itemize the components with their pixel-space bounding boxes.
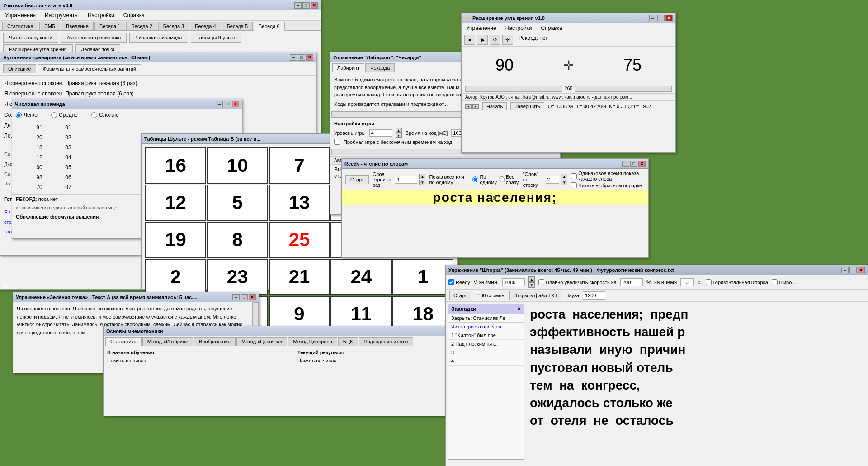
shtorka-minimize[interactable]: ─ xyxy=(841,267,849,273)
schulte-cell-5[interactable]: 5 xyxy=(207,185,268,221)
lab-level-down[interactable]: ▼ xyxy=(396,133,402,138)
reedy-line-down[interactable]: ▼ xyxy=(561,180,567,185)
schulte-cell-13[interactable]: 13 xyxy=(269,185,330,221)
shtorka-open-file-btn[interactable]: Открыть файл TXT xyxy=(509,291,562,300)
reedy-minimize[interactable]: ─ xyxy=(622,161,629,167)
greendot-maximize[interactable]: □ xyxy=(241,294,248,300)
tab-statistics[interactable]: Статистика xyxy=(2,22,38,30)
schulte-cell-25[interactable]: 25 xyxy=(269,222,330,258)
wa-prev[interactable]: ◄ xyxy=(465,104,472,109)
schulte-cell-12[interactable]: 12 xyxy=(145,185,206,221)
wa-h-scrollbar-1[interactable] xyxy=(465,86,562,92)
reedy-close[interactable]: ✕ xyxy=(638,161,646,167)
close-btn[interactable]: ✕ xyxy=(311,2,318,9)
schulte-cell-16[interactable]: 16 xyxy=(145,147,206,184)
shtorka-time-input[interactable] xyxy=(680,278,694,286)
tab-talk4[interactable]: Беседа 4 xyxy=(190,22,221,30)
tab-emb[interactable]: ЭМБ xyxy=(39,22,60,30)
reedy-words-input[interactable] xyxy=(395,176,417,184)
schulte-btn[interactable]: Таблицы Шульте xyxy=(191,33,241,43)
number-pyramid-btn[interactable]: Числовая пирамида xyxy=(129,33,188,43)
shtorka-speed-up[interactable]: ▲ xyxy=(528,276,535,282)
menu-exercises[interactable]: Упражнения xyxy=(2,11,38,19)
minimize-btn[interactable]: ─ xyxy=(294,2,302,9)
reedy-maximize[interactable]: □ xyxy=(630,161,637,167)
shtorka-bookmark-2[interactable]: 2 Над плоским пят... xyxy=(448,340,524,348)
schulte-cell-8[interactable]: 8 xyxy=(207,222,268,258)
schulte-cell-19[interactable]: 19 xyxy=(145,222,206,258)
wa-close[interactable]: ✕ xyxy=(665,15,673,21)
lab-trial-checkbox[interactable] xyxy=(334,139,340,145)
mnemo-tab-summary[interactable]: Подведение итогов xyxy=(359,337,414,346)
menu-tools[interactable]: Инструменты xyxy=(42,11,81,19)
autogenic-maximize[interactable]: □ xyxy=(298,54,305,61)
reedy-words-up[interactable]: ▲ xyxy=(419,174,425,179)
shtorka-reading[interactable]: Читал: роста населен... xyxy=(448,323,524,331)
schulte-cell-23[interactable]: 23 xyxy=(207,259,268,295)
greendot-minimize[interactable]: ─ xyxy=(232,294,240,300)
shtorka-close[interactable]: ✕ xyxy=(858,267,865,273)
lab-tab-labyrinth[interactable]: Лабиринт xyxy=(332,63,364,72)
lab-tab-chekharda[interactable]: Чехарда xyxy=(365,63,395,72)
shtorka-start-btn[interactable]: Старт xyxy=(449,291,471,300)
schulte-cell-24[interactable]: 24 xyxy=(330,259,392,295)
wa-menu-help[interactable]: Справка xyxy=(538,24,565,32)
pyramid-close[interactable]: ✕ xyxy=(232,101,239,107)
schulte-cell-21[interactable]: 21 xyxy=(269,259,330,295)
shtorka-bookmark-1[interactable]: 1 "Хилтон" был пре xyxy=(448,331,524,340)
mnemo-tab-stats[interactable]: Статистика xyxy=(105,337,142,346)
pyramid-maximize[interactable]: □ xyxy=(224,101,231,107)
autogenic-btn[interactable]: Аутогенная тренировка xyxy=(61,33,127,43)
autogenic-minimize[interactable]: ─ xyxy=(290,54,297,61)
shtorka-bookmarks-close[interactable]: × xyxy=(518,306,521,312)
mnemo-tab-imagination[interactable]: Воображение xyxy=(194,337,236,346)
wa-btn-4[interactable]: ✛ xyxy=(502,35,513,45)
difficulty-easy[interactable]: Легко xyxy=(16,112,38,118)
shtorka-pause-input[interactable] xyxy=(583,291,605,300)
shtorka-smooth-input[interactable] xyxy=(620,278,643,286)
shtorka-maximize[interactable]: □ xyxy=(849,267,857,273)
subtab-description[interactable]: Описание xyxy=(3,64,36,73)
tab-intro[interactable]: Введение xyxy=(61,22,94,30)
schulte-cell-1[interactable]: 1 xyxy=(392,259,453,295)
schulte-cell-2[interactable]: 2 xyxy=(145,259,206,295)
wa-h-scrollbar-2[interactable] xyxy=(575,86,672,92)
tab-talk2[interactable]: Беседа 2 xyxy=(126,22,157,30)
schulte-cell-10[interactable]: 10 xyxy=(207,147,268,184)
reedy-one-radio[interactable]: По одному xyxy=(472,174,497,185)
schulte-cell-7[interactable]: 7 xyxy=(269,147,330,184)
autogenic-scrollbar[interactable] xyxy=(310,76,316,76)
wa-maximize[interactable]: □ xyxy=(657,15,665,21)
wa-minimize[interactable]: ─ xyxy=(649,15,656,21)
mnemo-tab-bck[interactable]: БЦК xyxy=(338,337,358,346)
tab-talk3[interactable]: Беседа 3 xyxy=(158,22,189,30)
shtorka-bookmark-4[interactable]: 4 xyxy=(448,357,524,366)
tab-talk5[interactable]: Беседа 5 xyxy=(222,22,253,30)
maximize-btn[interactable]: □ xyxy=(302,2,310,9)
mnemo-tab-chain[interactable]: Метод «Цепочка» xyxy=(236,337,288,346)
difficulty-hard[interactable]: Сложно xyxy=(91,112,119,118)
greendot-close[interactable]: ✕ xyxy=(249,294,256,300)
shtorka-bookmark-3[interactable]: 3 xyxy=(448,348,524,357)
lab-level-input[interactable] xyxy=(369,129,392,137)
wa-finish-btn[interactable]: Завершить xyxy=(510,102,544,110)
lab-level-up[interactable]: ▲ xyxy=(396,128,402,133)
wa-btn-1[interactable]: ● xyxy=(464,35,475,45)
reedy-all-radio[interactable]: Все сразу xyxy=(499,174,519,185)
reedy-line-input[interactable] xyxy=(546,176,559,184)
subtab-formulas[interactable]: Формулы для самостоятельных занятий xyxy=(38,64,141,73)
shtorka-speed-down[interactable]: ▼ xyxy=(528,282,535,288)
tab-talk1[interactable]: Беседа 1 xyxy=(94,22,125,30)
wa-btn-2[interactable]: ▶ xyxy=(477,35,488,45)
autogenic-close[interactable]: ✕ xyxy=(306,54,313,61)
read-chapter-btn[interactable]: Читать главу книги xyxy=(3,33,58,43)
tab-talk6[interactable]: Беседа 6 xyxy=(254,22,284,31)
reedy-start-btn[interactable]: Старт xyxy=(345,175,369,184)
mnemo-tab-cicero[interactable]: Метод Цицерона xyxy=(288,337,337,346)
mnemo-tab-history[interactable]: Метод «История» xyxy=(142,337,193,346)
menu-help[interactable]: Справка xyxy=(121,11,147,19)
difficulty-medium[interactable]: Средне xyxy=(51,112,78,118)
wa-begin-btn[interactable]: Начать xyxy=(482,102,507,110)
shtorka-speed-input[interactable] xyxy=(502,278,525,286)
reedy-line-up[interactable]: ▲ xyxy=(561,174,567,179)
